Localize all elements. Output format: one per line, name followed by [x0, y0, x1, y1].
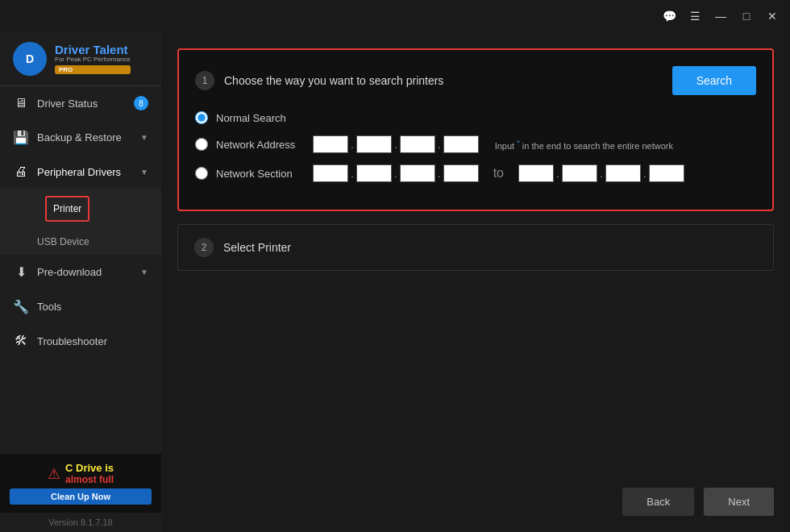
content-area: 1 Choose the way you want to search prin…	[161, 32, 790, 532]
sidebar-item-pre-download[interactable]: ⬇ Pre-download ▼	[0, 255, 161, 289]
close-button[interactable]: ✕	[761, 7, 784, 25]
ip-dot-1: .	[350, 138, 355, 151]
section-from-field-4[interactable]	[443, 164, 479, 182]
cleanup-button[interactable]: Clean Up Now	[10, 488, 152, 505]
pre-download-label: Pre-download	[37, 266, 102, 278]
ip-field-4[interactable]	[443, 135, 479, 153]
network-section-radio[interactable]	[195, 167, 208, 180]
ip-field-2[interactable]	[356, 135, 392, 153]
section-from-field-1[interactable]	[313, 164, 348, 182]
peripheral-arrow-icon: ▼	[140, 168, 148, 177]
section-dot-3: .	[437, 167, 442, 180]
section-dot-1: .	[350, 167, 355, 180]
cdrive-warning: ⚠ C Drive is almost full Clean Up Now	[0, 454, 161, 513]
back-button[interactable]: Back	[622, 488, 694, 516]
printer-item[interactable]: Printer	[45, 196, 89, 222]
search-printers-panel: 1 Choose the way you want to search prin…	[177, 48, 774, 211]
to-label: to	[493, 166, 504, 181]
asterisk-icon: *	[517, 139, 520, 147]
network-section-label: Network Section	[216, 168, 305, 180]
sidebar-item-peripheral-drivers[interactable]: 🖨 Peripheral Drivers ▼	[0, 155, 161, 189]
main-layout: D Driver Talent For Peak PC Performance …	[0, 32, 790, 532]
network-section-from-fields: . . .	[313, 164, 479, 182]
svg-text:D: D	[26, 52, 34, 65]
printer-label: Printer	[53, 203, 81, 214]
cdrive-subtitle: almost full	[65, 474, 114, 485]
backup-restore-label: Backup & Restore	[37, 131, 122, 143]
section-from-field-3[interactable]	[400, 164, 435, 182]
network-address-fields: . . .	[313, 135, 479, 153]
usb-device-label: USB Device	[37, 236, 89, 247]
sidebar-submenu: Printer USB Device	[0, 189, 161, 255]
select-printer-panel: 2 Select Printer	[177, 224, 774, 271]
sidebar-submenu-usb-device[interactable]: USB Device	[0, 229, 161, 255]
pre-download-icon: ⬇	[13, 264, 29, 280]
sidebar: D Driver Talent For Peak PC Performance …	[0, 32, 161, 532]
network-section-to-fields: . . .	[518, 164, 684, 182]
driver-status-label: Driver Status	[37, 98, 98, 110]
network-section-option: Network Section . . . to . .	[195, 164, 756, 182]
driver-status-badge: 8	[134, 96, 148, 110]
cdrive-title: C Drive is	[65, 462, 114, 474]
ip-dot-2: .	[393, 138, 398, 151]
peripheral-drivers-label: Peripheral Drivers	[37, 166, 121, 178]
tools-label: Tools	[37, 301, 61, 313]
step1-circle: 1	[195, 71, 214, 90]
sidebar-logo: D Driver Talent For Peak PC Performance …	[0, 32, 161, 86]
section-to-dot-2: .	[599, 167, 604, 180]
sidebar-item-backup-restore[interactable]: 💾 Backup & Restore ▼	[0, 120, 161, 155]
sidebar-item-tools[interactable]: 🔧 Tools	[0, 289, 161, 324]
minimize-button[interactable]: —	[709, 7, 732, 25]
logo-text: Driver Talent For Peak PC Performance PR…	[55, 44, 131, 74]
section-to-field-3[interactable]	[605, 164, 641, 182]
section-to-field-2[interactable]	[562, 164, 597, 182]
ip-dot-3: .	[437, 138, 442, 151]
normal-search-radio[interactable]	[195, 111, 208, 124]
app-title: Driver Talent	[55, 44, 131, 56]
ip-field-3[interactable]	[400, 135, 435, 153]
ip-field-1[interactable]	[313, 135, 348, 153]
next-button[interactable]: Next	[704, 488, 774, 516]
network-address-radio[interactable]	[195, 138, 208, 151]
select-printer-title: Select Printer	[223, 241, 291, 254]
maximize-button[interactable]: □	[735, 7, 758, 25]
normal-search-option: Normal Search	[195, 111, 756, 124]
sidebar-bottom: ⚠ C Drive is almost full Clean Up Now Ve…	[0, 454, 161, 532]
section-dot-2: .	[393, 167, 398, 180]
network-address-hint: Input * in the end to search the entire …	[495, 139, 673, 151]
version-text: Version 8.1.7.18	[0, 513, 161, 532]
normal-search-label: Normal Search	[216, 112, 305, 124]
section-to-dot-1: .	[555, 167, 560, 180]
panel-header: 1 Choose the way you want to search prin…	[195, 66, 756, 95]
section-to-field-4[interactable]	[649, 164, 684, 182]
app-subtitle: For Peak PC Performance	[55, 56, 131, 64]
section-to-field-1[interactable]	[518, 164, 554, 182]
sidebar-item-troubleshooter[interactable]: 🛠 Troubleshooter	[0, 324, 161, 358]
backup-arrow-icon: ▼	[140, 133, 148, 142]
step2-circle: 2	[194, 238, 214, 257]
network-address-label: Network Address	[216, 139, 305, 151]
section-to-dot-3: .	[642, 167, 647, 180]
bottom-bar: Back Next	[177, 472, 774, 516]
troubleshooter-label: Troubleshooter	[37, 335, 107, 347]
sidebar-submenu-printer[interactable]: Printer	[0, 189, 161, 229]
driver-status-icon: 🖥	[13, 96, 29, 110]
pre-download-arrow-icon: ▼	[140, 268, 148, 276]
panel-title: Choose the way you want to search printe…	[224, 74, 443, 87]
troubleshooter-icon: 🛠	[13, 334, 29, 348]
network-address-option: Network Address . . . Input * in the end…	[195, 135, 756, 153]
search-button[interactable]: Search	[672, 66, 756, 95]
pro-badge: PRO	[55, 65, 131, 74]
backup-icon: 💾	[13, 130, 29, 145]
menu-button[interactable]: ☰	[684, 7, 706, 25]
title-bar: 💬 ☰ — □ ✕	[0, 0, 790, 32]
tools-icon: 🔧	[13, 299, 29, 314]
peripheral-icon: 🖨	[13, 164, 29, 179]
warning-icon: ⚠	[48, 465, 60, 483]
logo-icon: D	[13, 42, 47, 76]
section-from-field-2[interactable]	[356, 164, 392, 182]
title-bar-controls: 💬 ☰ — □ ✕	[658, 7, 784, 25]
sidebar-item-driver-status[interactable]: 🖥 Driver Status 8	[0, 86, 161, 120]
step1-label: 1 Choose the way you want to search prin…	[195, 71, 443, 90]
chat-button[interactable]: 💬	[658, 7, 680, 25]
